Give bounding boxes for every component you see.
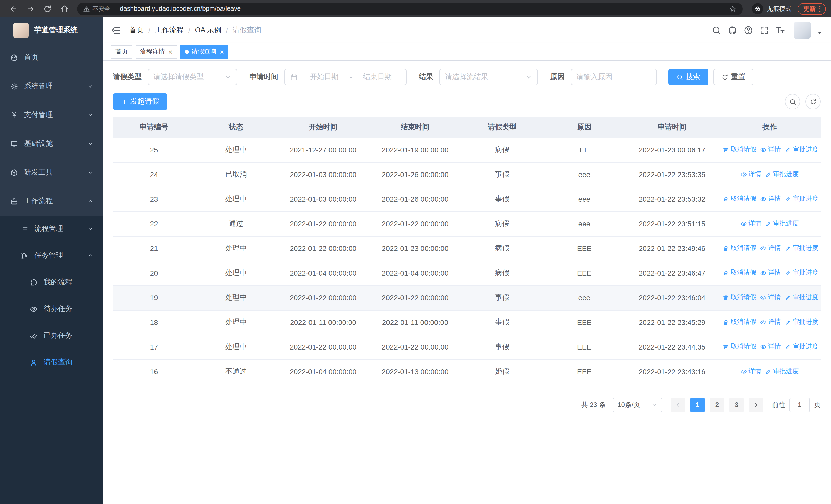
url-bar[interactable]: 不安全 dashboard.yudao.iocoder.cn/bpm/oa/le… xyxy=(77,2,743,15)
help-icon[interactable] xyxy=(744,26,753,35)
approval-progress-link[interactable]: 审批进度 xyxy=(785,244,819,253)
approval-progress-link[interactable]: 审批进度 xyxy=(765,219,799,228)
sidebar-item-home[interactable]: 首页 xyxy=(0,43,103,72)
action-label: 审批进度 xyxy=(793,244,819,253)
sidebar-item-leave-query[interactable]: 请假查询 xyxy=(0,349,103,376)
cell-end: 2022-01-22 00:00:00 xyxy=(369,285,461,310)
approval-progress-link[interactable]: 审批进度 xyxy=(785,146,819,154)
avatar-caret-icon[interactable] xyxy=(816,30,823,36)
result-select[interactable]: 请选择流结果 xyxy=(439,69,538,85)
detail-link[interactable]: 详情 xyxy=(741,170,761,179)
breadcrumb-separator: / xyxy=(226,26,228,34)
table-right-tools xyxy=(785,94,821,109)
approval-progress-link[interactable]: 审批进度 xyxy=(785,269,819,277)
close-icon[interactable]: × xyxy=(220,48,224,55)
sidebar-item-todo-task[interactable]: 待办任务 xyxy=(0,296,103,322)
sidebar-item-process-mgmt[interactable]: 流程管理 xyxy=(0,215,103,242)
sidebar-item-done-task[interactable]: 已办任务 xyxy=(0,322,103,349)
page-size-select[interactable]: 10条/页 xyxy=(613,397,662,412)
tab-process-detail[interactable]: 流程详情× xyxy=(136,45,177,58)
page-button-3[interactable]: 3 xyxy=(729,397,744,412)
cell-reason: eee xyxy=(543,187,625,211)
incognito-icon xyxy=(754,5,761,12)
eye-icon xyxy=(761,196,767,202)
back-icon[interactable] xyxy=(9,4,18,13)
action-label: 审批进度 xyxy=(793,146,819,154)
sidebar-item-system[interactable]: 系统管理 xyxy=(0,72,103,100)
leave-type-select[interactable]: 请选择请假类型 xyxy=(148,69,237,85)
cancel-leave-link[interactable]: 取消请假 xyxy=(723,244,756,253)
trash-icon xyxy=(723,245,729,251)
apply-time-label: 申请时间 xyxy=(250,72,278,82)
search-button[interactable]: 搜索 xyxy=(668,69,708,85)
detail-link[interactable]: 详情 xyxy=(761,343,781,351)
cancel-leave-link[interactable]: 取消请假 xyxy=(723,146,756,154)
sidebar-item-payment[interactable]: 支付管理 xyxy=(0,100,103,129)
detail-link[interactable]: 详情 xyxy=(761,293,781,302)
tab-home[interactable]: 首页 xyxy=(111,45,133,58)
sidebar-item-workflow[interactable]: 工作流程 xyxy=(0,187,103,215)
toggle-search-button[interactable] xyxy=(785,94,800,109)
prev-page-button[interactable] xyxy=(671,397,685,412)
refresh-table-button[interactable] xyxy=(805,94,821,109)
tab-leave-query[interactable]: 请假查询× xyxy=(180,45,228,58)
user-avatar[interactable] xyxy=(794,22,811,39)
breadcrumb-item[interactable]: 首页 xyxy=(130,26,144,35)
reason-input[interactable]: 请输入原因 xyxy=(571,69,657,85)
font-size-icon[interactable] xyxy=(776,26,785,35)
sidebar-item-dev-tools[interactable]: 研发工具 xyxy=(0,158,103,187)
breadcrumb-item[interactable]: OA 示例 xyxy=(195,26,222,35)
approval-progress-link[interactable]: 审批进度 xyxy=(785,343,819,351)
fullscreen-icon[interactable] xyxy=(760,26,769,35)
search-icon[interactable] xyxy=(712,26,721,35)
create-leave-button[interactable]: 发起请假 xyxy=(113,93,167,110)
page-button-2[interactable]: 2 xyxy=(710,397,724,412)
action-label: 审批进度 xyxy=(773,367,799,376)
cell-reason: EEE xyxy=(543,359,625,384)
cancel-leave-link[interactable]: 取消请假 xyxy=(723,269,756,277)
security-warning[interactable]: 不安全 xyxy=(83,5,115,12)
reload-icon[interactable] xyxy=(43,4,52,13)
detail-link[interactable]: 详情 xyxy=(741,367,761,376)
sidebar-item-my-process[interactable]: 我的流程 xyxy=(0,269,103,296)
detail-link[interactable]: 详情 xyxy=(741,219,761,228)
detail-link[interactable]: 详情 xyxy=(761,146,781,154)
browser-update-button[interactable]: 更新 xyxy=(798,3,826,14)
home-icon[interactable] xyxy=(60,4,69,13)
detail-link[interactable]: 详情 xyxy=(761,318,781,327)
cancel-leave-link[interactable]: 取消请假 xyxy=(723,293,756,302)
next-page-button[interactable] xyxy=(749,397,763,412)
app-logo-row[interactable]: 芋道管理系统 xyxy=(0,18,103,43)
sidebar-item-infrastructure[interactable]: 基础设施 xyxy=(0,129,103,158)
apply-time-range-picker[interactable]: 开始日期 - 结束日期 xyxy=(284,69,406,85)
action-label: 详情 xyxy=(748,170,761,179)
goto-page-input[interactable]: 1 xyxy=(790,397,810,412)
url-text[interactable]: dashboard.yudao.iocoder.cn/bpm/oa/leave xyxy=(120,5,729,12)
result-placeholder: 请选择流结果 xyxy=(445,72,488,82)
cancel-leave-link[interactable]: 取消请假 xyxy=(723,318,756,327)
approval-progress-link[interactable]: 审批进度 xyxy=(785,195,819,204)
action-label: 详情 xyxy=(768,195,781,204)
sidebar-collapse-icon[interactable] xyxy=(111,25,121,35)
cancel-leave-link[interactable]: 取消请假 xyxy=(723,195,756,204)
breadcrumb-item[interactable]: 工作流程 xyxy=(155,26,184,35)
detail-link[interactable]: 详情 xyxy=(761,244,781,253)
close-icon[interactable]: × xyxy=(168,48,172,55)
page-button-1[interactable]: 1 xyxy=(690,397,705,412)
approval-progress-link[interactable]: 审批进度 xyxy=(785,318,819,327)
action-label: 审批进度 xyxy=(793,318,819,327)
bookmark-star-icon[interactable] xyxy=(729,5,737,12)
approval-progress-link[interactable]: 审批进度 xyxy=(785,293,819,302)
end-date-placeholder: 结束日期 xyxy=(354,72,401,82)
approval-progress-link[interactable]: 审批进度 xyxy=(765,367,799,376)
detail-link[interactable]: 详情 xyxy=(761,269,781,277)
forward-icon[interactable] xyxy=(26,4,35,13)
menu-dots-icon[interactable] xyxy=(816,5,824,12)
detail-link[interactable]: 详情 xyxy=(761,195,781,204)
cell-end: 2022-01-23 00:00:00 xyxy=(369,236,461,261)
reset-button[interactable]: 重置 xyxy=(713,69,753,85)
github-icon[interactable] xyxy=(728,26,737,35)
cancel-leave-link[interactable]: 取消请假 xyxy=(723,343,756,351)
sidebar-item-task-mgmt[interactable]: 任务管理 xyxy=(0,242,103,269)
approval-progress-link[interactable]: 审批进度 xyxy=(765,170,799,179)
